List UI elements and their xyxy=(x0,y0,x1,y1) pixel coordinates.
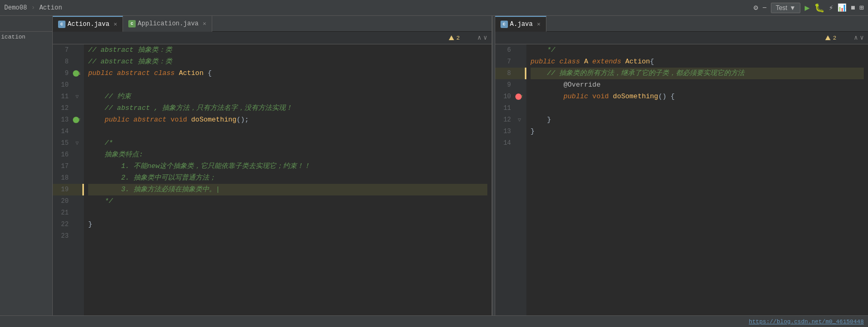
linenum-21: 21 xyxy=(53,207,72,219)
nav-up-right-icon[interactable]: ∧ xyxy=(854,34,858,42)
r-code-line-14 xyxy=(531,137,864,149)
r-ann-12: ▽ xyxy=(514,117,525,123)
code-line-10 xyxy=(88,79,487,91)
code-line-16: 抽象类特点: xyxy=(88,149,487,161)
top-bar: Demo08 › Action ⚙ − Test ▼ ▶ 🐛 ⚡ 📊 ■ ⊞ xyxy=(0,0,868,16)
right-tab-bar: c A.java ✕ xyxy=(495,16,868,32)
file-icon-application: c xyxy=(128,20,136,27)
r-linenum-10: 10 xyxy=(495,91,514,102)
left-tab-bar: c Action.java ✕ c Application.java ✕ xyxy=(53,16,492,32)
coverage-icon[interactable]: ⚡ xyxy=(829,3,833,12)
right-editor-header: 2 ∧ ∨ xyxy=(495,32,868,44)
r-linenum-13: 13 xyxy=(495,126,514,137)
tab-close-a[interactable]: ✕ xyxy=(537,21,541,27)
left-warning-badge: 2 xyxy=(449,35,460,41)
linenum-15: 15 xyxy=(53,137,72,149)
r-code-line-13: } xyxy=(531,126,864,137)
r-linenum-14: 14 xyxy=(495,137,514,149)
stop-icon[interactable]: ■ xyxy=(851,4,855,12)
linenum-12: 12 xyxy=(53,102,72,114)
linenum-8: 8 xyxy=(53,56,72,68)
code-line-20: */ xyxy=(88,195,487,207)
linenum-10: 10 xyxy=(53,79,72,91)
warning-triangle-icon xyxy=(449,35,454,40)
ann-15: ▽ xyxy=(72,140,82,146)
ann-13: ↑ xyxy=(72,117,82,123)
r-linenum-11: 11 xyxy=(495,102,514,114)
code-line-23 xyxy=(88,230,487,242)
linenum-7: 7 xyxy=(53,44,72,56)
code-line-18: 2. 抽象类中可以写普通方法； xyxy=(88,172,487,184)
code-line-21 xyxy=(88,207,487,219)
r-linenum-6: 6 xyxy=(495,44,514,56)
code-line-9: public abstract class Action { xyxy=(88,68,487,79)
nav-up-icon[interactable]: ∧ xyxy=(477,34,481,42)
tab-action-java[interactable]: c Action.java ✕ xyxy=(53,16,123,32)
editors-container: ication c Action.java ✕ c Application.ja… xyxy=(0,16,868,315)
file-icon-a: c xyxy=(501,21,508,28)
breadcrumb: Demo08 › Action xyxy=(4,4,62,12)
code-line-14 xyxy=(88,126,487,137)
linenum-13: 13 xyxy=(53,114,72,126)
r-linenum-12: 12 xyxy=(495,114,514,126)
linenum-18: 18 xyxy=(53,172,72,184)
settings-icon[interactable]: ⚙ xyxy=(753,3,758,12)
right-warning-badge: 2 xyxy=(825,35,836,41)
dropdown-arrow-icon: ▼ xyxy=(789,4,796,12)
linenum-11: 11 xyxy=(53,91,72,102)
code-line-11: // 约束 xyxy=(88,91,487,102)
linenum-19: 19 xyxy=(53,184,72,195)
r-ann-10: ↑ xyxy=(514,94,525,100)
nav-down-icon[interactable]: ∨ xyxy=(484,34,487,42)
code-line-19: 3. 抽象方法必须在抽象类中。| xyxy=(88,184,487,195)
code-line-22: } xyxy=(88,219,487,230)
right-code-content[interactable]: */ public class A extends Action{ // 抽象类… xyxy=(526,44,868,315)
r-code-line-7: public class A extends Action{ xyxy=(531,56,864,68)
run-config-dropdown[interactable]: Test ▼ xyxy=(771,3,800,13)
profile-icon[interactable]: 📊 xyxy=(837,3,846,12)
tab-label-application: Application.java xyxy=(138,20,199,27)
code-line-7: // abstract 抽象类：类 xyxy=(88,44,487,56)
tab-a-java[interactable]: c A.java ✕ xyxy=(495,16,546,32)
breadcrumb-demo: Demo08 xyxy=(4,4,27,12)
code-line-12: // abstract , 抽象方法，只有方法名字，没有方法实现！ xyxy=(88,102,487,114)
code-line-15: /* xyxy=(88,137,487,149)
warning-count-left: 2 xyxy=(456,35,460,41)
nav-down-right-icon[interactable]: ∨ xyxy=(860,34,864,42)
run-icon[interactable]: ▶ xyxy=(805,3,810,13)
left-sidebar: ication xyxy=(0,16,53,315)
linenum-20: 20 xyxy=(53,195,72,207)
tab-close-action[interactable]: ✕ xyxy=(114,21,117,27)
left-editor-header: 2 ∧ ∨ xyxy=(53,32,492,44)
status-link[interactable]: https://blog.csdn.net/m0_46150448 xyxy=(749,319,864,325)
status-bar: https://blog.csdn.net/m0_46150448 xyxy=(0,315,868,327)
code-line-8: // abstract 抽象类：类 xyxy=(88,56,487,68)
r-linenum-9: 9 xyxy=(495,79,514,91)
left-code-area[interactable]: 7 8 9 ↓ xyxy=(53,44,492,315)
breadcrumb-action: Action xyxy=(39,4,62,12)
minimize-icon[interactable]: − xyxy=(762,4,767,12)
left-editor-panel: c Action.java ✕ c Application.java ✕ 2 ∧… xyxy=(53,16,492,315)
r-code-line-12: } xyxy=(531,114,864,126)
ann-9: ↓ xyxy=(72,70,82,77)
linenum-17: 17 xyxy=(53,161,72,172)
tab-close-application[interactable]: ✕ xyxy=(203,20,206,27)
right-nav-arrows: ∧ ∨ xyxy=(854,34,864,42)
code-line-13: public abstract void doSomething(); xyxy=(88,114,487,126)
warning-count-right: 2 xyxy=(833,35,836,41)
debug-icon[interactable]: 🐛 xyxy=(814,3,825,13)
layout-icon[interactable]: ⊞ xyxy=(860,3,864,12)
right-code-area[interactable]: 6 7 8 9 xyxy=(495,44,868,315)
file-icon-action: c xyxy=(58,21,65,28)
tab-application-java[interactable]: c Application.java ✕ xyxy=(123,16,212,32)
r-code-line-10: public void doSomething() { xyxy=(531,91,864,102)
linenum-23: 23 xyxy=(53,230,72,242)
linenum-16: 16 xyxy=(53,149,72,161)
left-code-content[interactable]: // abstract 抽象类：类 // abstract 抽象类：类 publ… xyxy=(84,44,492,315)
left-nav-arrows: ∧ ∨ xyxy=(477,34,487,42)
r-linenum-7: 7 xyxy=(495,56,514,68)
toolbar-right: ⚙ − Test ▼ ▶ 🐛 ⚡ 📊 ■ ⊞ xyxy=(753,3,864,13)
right-editor-panel: c A.java ✕ 2 ∧ ∨ 6 xyxy=(495,16,868,315)
linenum-9: 9 xyxy=(53,68,72,79)
linenum-22: 22 xyxy=(53,219,72,230)
